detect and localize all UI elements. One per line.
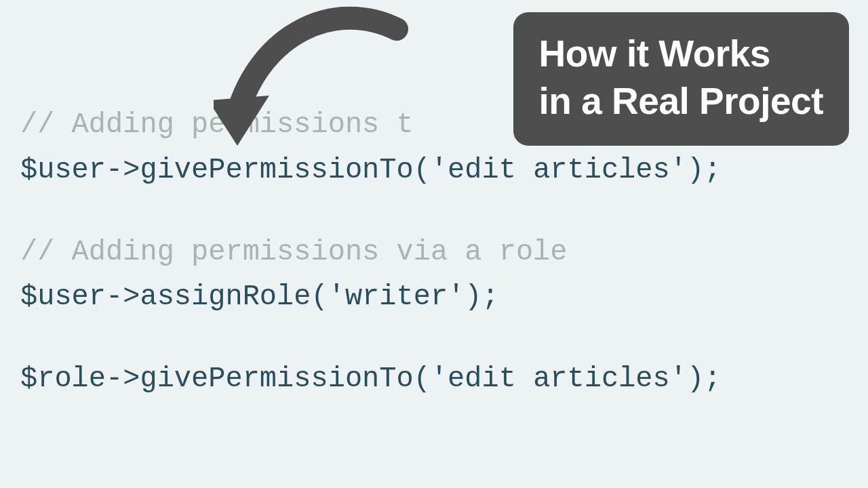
code-text: );	[465, 281, 498, 313]
code-text: );	[687, 363, 721, 395]
code-string: 'edit articles'	[431, 154, 687, 186]
code-string: 'edit articles'	[431, 363, 687, 395]
callout-line-1: How it Works	[539, 30, 823, 77]
code-text: );	[687, 154, 721, 186]
code-string: 'writer'	[328, 281, 465, 313]
code-line-1: $user->givePermissionTo('edit articles')…	[20, 150, 848, 190]
callout-line-2: in a Real Project	[539, 77, 823, 125]
callout-box: How it Works in a Real Project	[513, 12, 849, 146]
code-text: $role->givePermissionTo(	[20, 363, 431, 395]
code-text: $user->assignRole(	[20, 281, 328, 313]
blank-line	[20, 323, 848, 359]
code-line-3: $role->givePermissionTo('edit articles')…	[20, 359, 848, 399]
code-text: $user->givePermissionTo(	[20, 154, 431, 186]
code-line-2: $user->assignRole('writer');	[20, 277, 848, 317]
code-comment-2: // Adding permissions via a role	[20, 232, 848, 272]
blank-line	[20, 196, 848, 232]
